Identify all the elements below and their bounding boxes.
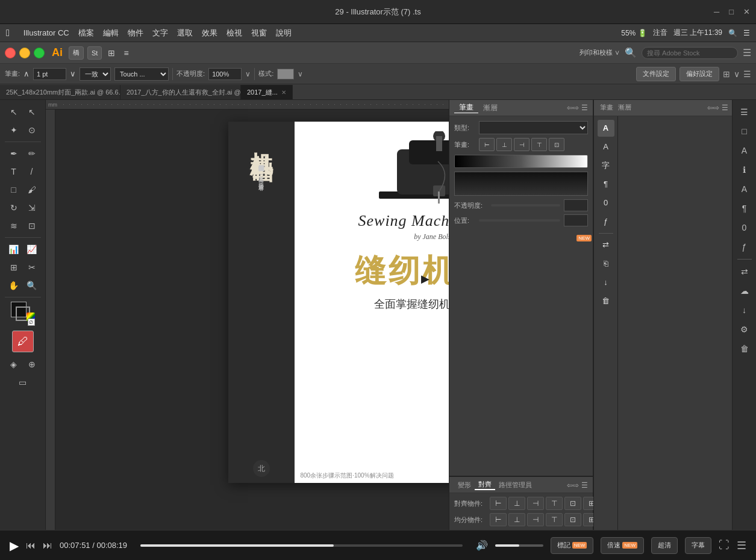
fullscreen-btn[interactable]: ⛶ [719,539,729,552]
input-method[interactable]: 注音 [653,28,667,38]
menu-help[interactable]: 說明 [276,28,292,39]
stroke-icon-3[interactable]: ⊣ [514,138,530,151]
tab-3[interactable]: 2017_縫... ✕ [241,85,293,99]
stroke-icon-1[interactable]: ⊢ [479,138,495,151]
rbar-icon-settings[interactable]: ⚙ [736,321,753,338]
rbar-icon-cloud[interactable]: ☁ [736,282,753,299]
layout-icon[interactable]: ⊞ [105,47,117,59]
align-center-h-btn[interactable]: ⊥ [508,497,525,510]
pencil-tool[interactable]: ✏ [23,145,40,162]
rbar-icon-download[interactable]: ↓ [736,302,753,319]
transform-menu-icon[interactable]: ☰ [581,481,588,490]
char-expand-icon[interactable]: ⇦⇨ [707,104,719,112]
selection-tool[interactable]: ↖ [5,104,22,120]
panel-arrange-icon[interactable]: ☰ [743,69,751,79]
tab-align[interactable]: 對齊 [475,480,495,490]
doc-settings-btn[interactable]: 文件設定 [636,67,676,81]
char-icon-link[interactable]: ⎗ [598,255,614,272]
traffic-green[interactable] [34,48,45,58]
progress-bar[interactable] [140,544,463,547]
prefs-btn[interactable]: 偏好設定 [679,67,719,81]
stroke-icon-2[interactable]: ⊥ [496,138,512,151]
rotate-tool[interactable]: ↻ [5,199,22,216]
panel-menu-icon[interactable]: ☰ [581,104,588,112]
stroke-icon-5[interactable]: ⊡ [549,138,564,151]
menu-window[interactable]: 視窗 [251,28,267,39]
hand-tool[interactable]: ✋ [5,277,22,294]
menu-extras-icon[interactable]: ☰ [743,29,750,37]
quality-btn[interactable]: 超清 [651,537,678,554]
toolbar-extras-icon[interactable]: ☰ [743,47,751,58]
opacity-input[interactable] [564,199,588,211]
more-icon[interactable]: ⊞ [723,69,730,79]
print-setup-btn[interactable]: 列印和校樣 ∨ [579,48,620,57]
dist-right-btn[interactable]: ⊣ [527,513,544,526]
rbar-icon-share[interactable]: ⇄ [736,263,753,280]
rbar-icon-f[interactable]: ƒ [736,238,753,255]
char-icon-f[interactable]: ƒ [598,213,614,230]
rbar-icon-2[interactable]: □ [736,123,753,140]
brush-select[interactable]: Touch ... [114,67,169,81]
menu-object[interactable]: 物件 [128,28,143,39]
char-icon-share[interactable]: ⇄ [598,237,614,254]
minimize-button[interactable]: ─ [714,7,719,16]
align-top-btn[interactable]: ⊤ [546,497,563,510]
char-icon-char[interactable]: 字 [598,157,614,174]
pos-input[interactable] [564,214,588,226]
tab-transform[interactable]: 變形 [454,481,475,490]
menu-type[interactable]: 文字 [152,28,168,39]
tool-extra-2[interactable]: ⊕ [23,356,40,373]
style-arrow[interactable]: ∨ [298,70,303,78]
stroke-value-input[interactable] [33,68,66,80]
spotlight-icon[interactable]: 🔍 [728,29,737,37]
gradient-bar[interactable] [454,155,588,168]
pen-tool[interactable]: ✒ [5,145,22,162]
expand-panel-icon[interactable]: ⇦⇨ [567,104,579,112]
rbar-icon-trash[interactable]: 🗑 [736,340,753,357]
eraser-tool-active[interactable]: 🖊 [12,331,34,352]
volume-slider[interactable] [495,544,543,547]
rbar-icon-num[interactable]: 0 [736,219,753,236]
speed-btn[interactable]: 倍速 NEW [601,537,644,554]
char-menu-icon[interactable]: ☰ [722,104,728,112]
paint-brush-tool[interactable]: 🖌 [23,181,40,198]
tab-2[interactable]: 2017_八方_你的人生還有救_全封.ai @ 100... ✕ [120,85,241,99]
none-icon[interactable]: ∅ [28,319,35,326]
char-icon-trash[interactable]: 🗑 [598,293,614,310]
magic-wand-tool[interactable]: ✦ [5,122,22,138]
stroke-style-select[interactable]: 一致 [80,67,111,81]
settings-btn[interactable]: ☰ [737,539,746,552]
traffic-red[interactable] [5,48,16,58]
subtitle-btn[interactable]: 字幕 [685,537,711,554]
direct-selection-tool[interactable]: ↖ [23,104,40,120]
apple-menu[interactable]:  [6,28,10,39]
close-button[interactable]: ✕ [743,7,750,16]
rbar-icon-para[interactable]: ¶ [736,200,753,217]
type-tool[interactable]: T [5,163,22,180]
pos-slider[interactable] [479,219,560,222]
next-button[interactable]: ⏭ [43,540,52,551]
menu-view[interactable]: 檢視 [226,28,242,39]
scale-tool[interactable]: ⇲ [23,199,40,216]
tab-pathfinder[interactable]: 路徑管理員 [495,481,536,490]
menu-effect[interactable]: 效果 [202,28,217,39]
stroke-arrow-down[interactable]: ∨ [70,69,76,78]
rbar-icon-A2[interactable]: A [736,181,753,198]
line-tool[interactable]: / [23,163,40,180]
tab-1[interactable]: 25K_148x210mm封面_兩款.ai @ 66.6... ✕ [0,85,120,99]
tool-extra-1[interactable]: ◈ [5,356,22,373]
opacity-arrow[interactable]: ∨ [245,70,251,78]
rect-tool[interactable]: □ [5,181,22,198]
dist-center-v-btn[interactable]: ⊡ [564,513,581,526]
opacity-input[interactable] [208,68,242,80]
bridge-btn[interactable]: 橋 [69,46,84,60]
stock-search-input[interactable] [642,47,738,59]
rbar-icon-1[interactable]: ☰ [736,104,753,120]
bar-chart-tool[interactable]: 📊 [5,241,22,258]
char-icon-A-small[interactable]: A [598,138,614,155]
tab-layers[interactable]: 漸層 [616,103,634,112]
dist-top-btn[interactable]: ⊤ [546,513,563,526]
prev-button[interactable]: ⏮ [26,540,36,551]
free-transform-tool[interactable]: ⊡ [23,217,40,234]
dist-left-btn[interactable]: ⊢ [490,513,507,526]
